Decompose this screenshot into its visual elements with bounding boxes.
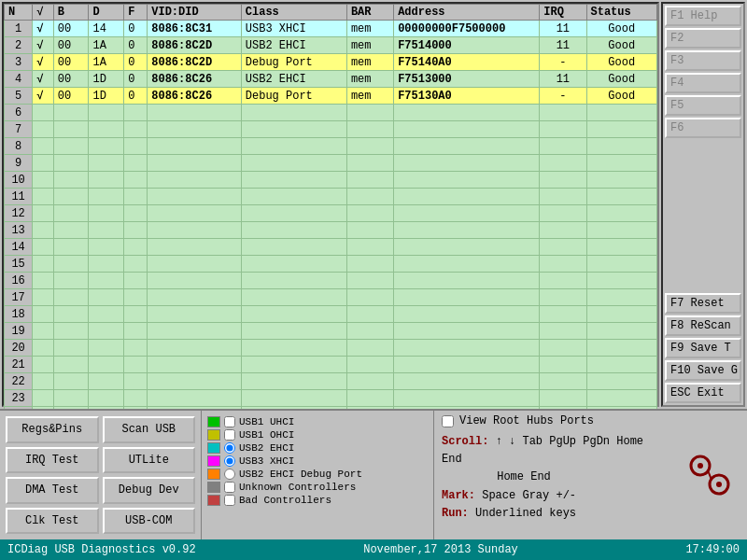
- cell-irq: [540, 155, 586, 172]
- fn-button-esc[interactable]: ESC Exit: [665, 383, 741, 403]
- cell-addr: [394, 222, 540, 239]
- regs-pins-button[interactable]: Regs&Pins: [6, 416, 99, 443]
- cell-irq: 11: [540, 21, 586, 37]
- cell-f: [124, 289, 148, 306]
- cell-d: [89, 172, 124, 189]
- cell-check: √: [33, 71, 54, 88]
- cell-n: 1: [5, 21, 33, 37]
- scan-usb-button[interactable]: Scan USB: [103, 416, 196, 443]
- cell-check: [33, 373, 54, 390]
- cell-n: 3: [5, 54, 33, 71]
- fn-button-f7[interactable]: F7 Reset: [665, 293, 741, 314]
- mark-row: Mark: Space Gray +/-: [442, 487, 665, 505]
- cell-f: [124, 222, 148, 239]
- legend-color-box: [207, 495, 220, 506]
- cell-addr: [394, 138, 540, 155]
- legend-checkbox[interactable]: [224, 416, 235, 427]
- clk-test-button[interactable]: Clk Test: [6, 508, 99, 535]
- legend-item: USB2 EHCI Debug Port: [207, 469, 428, 480]
- cell-addr: [394, 390, 540, 407]
- cell-check: [33, 222, 54, 239]
- cell-n: 23: [5, 390, 33, 407]
- cell-irq: [540, 239, 586, 256]
- cell-status: [586, 340, 656, 357]
- table-row: 18: [5, 306, 657, 323]
- cell-d: 1D: [89, 88, 124, 105]
- svg-line-4: [708, 470, 712, 480]
- cell-addr: [394, 357, 540, 373]
- legend-item: USB1 UHCI: [207, 416, 428, 427]
- utlite-button[interactable]: UTLite: [103, 447, 196, 474]
- cell-addr: F7513000: [394, 71, 540, 88]
- cell-addr: [394, 306, 540, 323]
- cell-d: [89, 105, 124, 121]
- cell-check: [33, 121, 54, 138]
- cell-n: 7: [5, 121, 33, 138]
- cell-b: [53, 105, 89, 121]
- table-row: 7: [5, 121, 657, 138]
- legend-radio[interactable]: [224, 442, 235, 454]
- table-row: 11: [5, 189, 657, 205]
- cell-irq: [540, 121, 586, 138]
- fn-button-f10[interactable]: F10 Save G: [665, 360, 741, 381]
- cell-d: 1A: [89, 37, 124, 54]
- irq-test-button[interactable]: IRQ Test: [6, 447, 99, 474]
- fn-button-f5: F5: [665, 95, 741, 116]
- cell-f: [124, 340, 148, 357]
- cell-vid: [148, 357, 242, 373]
- cell-f: [124, 138, 148, 155]
- col-header-b: B: [53, 5, 89, 21]
- col-header-check: √: [33, 5, 54, 21]
- cell-status: [586, 239, 656, 256]
- col-header-d: D: [89, 5, 124, 21]
- view-root-hubs-label: View Root Hubs Ports: [459, 414, 594, 427]
- cell-n: 21: [5, 357, 33, 373]
- cell-b: [53, 373, 89, 390]
- table-row: 12: [5, 205, 657, 222]
- legend-checkbox[interactable]: [224, 495, 235, 506]
- cell-d: [89, 390, 124, 407]
- cell-check: [33, 189, 54, 205]
- usb-com-button[interactable]: USB-COM: [103, 508, 196, 535]
- cell-status: [586, 357, 656, 373]
- info-area: View Root Hubs Ports Scroll: ↑ ↓ Tab PgU…: [434, 411, 672, 539]
- cell-n: 13: [5, 222, 33, 239]
- cell-bar: [346, 373, 393, 390]
- cell-n: 8: [5, 138, 33, 155]
- cell-addr: [394, 172, 540, 189]
- cell-irq: [540, 189, 586, 205]
- table-row: 8: [5, 138, 657, 155]
- cell-b: [53, 323, 89, 340]
- cell-f: [124, 121, 148, 138]
- table-row: 2 √ 00 1A 0 8086:8C2D USB2 EHCI mem F751…: [5, 37, 657, 54]
- cell-bar: [346, 222, 393, 239]
- cell-addr: [394, 239, 540, 256]
- legend-radio[interactable]: [224, 455, 235, 467]
- cell-f: 0: [124, 88, 148, 105]
- fn-button-f1: F1 Help: [665, 6, 741, 26]
- cell-vid: [148, 121, 242, 138]
- table-row: 15: [5, 256, 657, 273]
- table-row: 1 √ 00 14 0 8086:8C31 USB3 XHCI mem 0000…: [5, 21, 657, 37]
- cell-status: [586, 273, 656, 289]
- fn-button-f8[interactable]: F8 ReScan: [665, 315, 741, 336]
- cell-class: [241, 306, 346, 323]
- legend-color-box: [207, 442, 220, 454]
- legend-checkbox[interactable]: [224, 482, 235, 493]
- debug-dev-button[interactable]: Debug Dev: [103, 477, 196, 504]
- cell-bar: [346, 239, 393, 256]
- cell-d: [89, 306, 124, 323]
- view-root-hubs-checkbox[interactable]: [442, 415, 454, 427]
- cell-vid: [148, 172, 242, 189]
- status-bar: ICDiag USB Diagnostics v0.92 November,17…: [0, 539, 747, 560]
- legend-checkbox[interactable]: [224, 429, 235, 441]
- legend-radio[interactable]: [224, 469, 235, 480]
- home-end-label: Home End: [497, 470, 551, 483]
- cell-f: [124, 256, 148, 273]
- fn-button-f9[interactable]: F9 Save T: [665, 338, 741, 358]
- dma-test-button[interactable]: DMA Test: [6, 477, 99, 504]
- cell-irq: [540, 138, 586, 155]
- cell-addr: F75140A0: [394, 54, 540, 71]
- main-content: N √ B D F VID:DID Class BAR Address IRQ …: [0, 0, 747, 409]
- legend-label: USB1 UHCI: [239, 416, 294, 427]
